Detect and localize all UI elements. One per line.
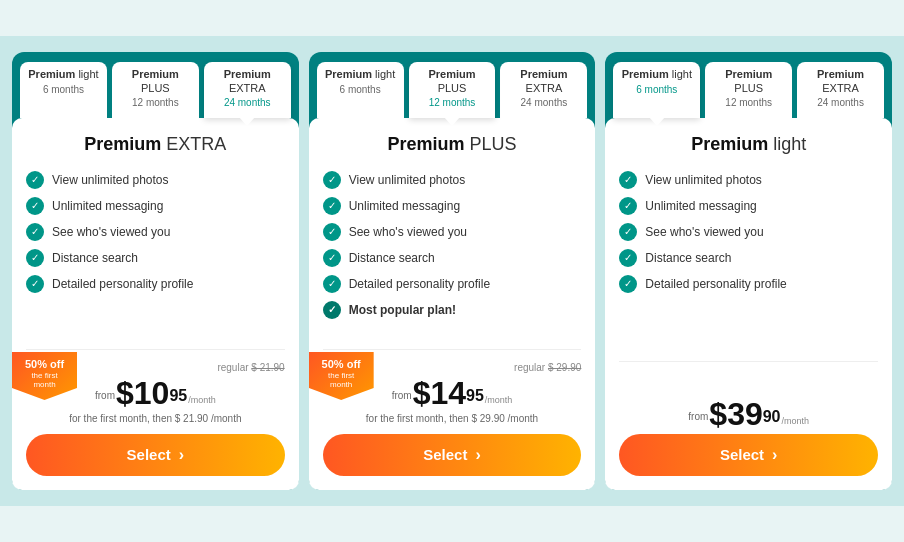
feature-text: View unlimited photos	[349, 173, 466, 187]
feature-item: ✓Distance search	[26, 249, 285, 267]
features-list: ✓View unlimited photos✓Unlimited messagi…	[323, 171, 582, 327]
plan-title: Premium light	[619, 134, 878, 155]
tab-plus[interactable]: Premium PLUS12 months	[409, 62, 496, 117]
price-period: /month	[485, 395, 513, 405]
check-icon: ✓	[619, 249, 637, 267]
tab-extra[interactable]: Premium EXTRA24 months	[797, 62, 884, 117]
select-button-label: Select	[127, 446, 171, 463]
tab-title: Premium light	[325, 68, 396, 81]
check-icon: ✓	[26, 249, 44, 267]
tab-title: Premium PLUS	[713, 68, 784, 94]
price-period: /month	[188, 395, 216, 405]
card-body: Premium EXTRA✓View unlimited photos✓Unli…	[12, 118, 299, 490]
tab-light[interactable]: Premium light6 months	[317, 62, 404, 117]
tab-light[interactable]: Premium light6 months	[20, 62, 107, 117]
feature-item: ✓Unlimited messaging	[619, 197, 878, 215]
features-list: ✓View unlimited photos✓Unlimited messagi…	[26, 171, 285, 327]
feature-text: Unlimited messaging	[645, 199, 756, 213]
select-button-label: Select	[720, 446, 764, 463]
check-icon: ✓	[26, 223, 44, 241]
price-cents: 95	[169, 387, 187, 405]
from-label: from	[95, 390, 115, 401]
tab-subtitle: 6 months	[325, 84, 396, 95]
tab-title: Premium EXTRA	[212, 68, 283, 94]
badge-subtext: the first month	[20, 371, 69, 390]
feature-item: ✓Detailed personality profile	[26, 275, 285, 293]
tab-subtitle: 24 months	[805, 97, 876, 108]
tabs-row: Premium light6 monthsPremium PLUS12 mont…	[605, 52, 892, 117]
check-icon: ✓	[323, 275, 341, 293]
feature-item: ✓Unlimited messaging	[323, 197, 582, 215]
feature-text: Most popular plan!	[349, 303, 456, 317]
tab-subtitle: 6 months	[621, 84, 692, 95]
plan-title: Premium PLUS	[323, 134, 582, 155]
badge-text: 50% off	[317, 358, 366, 371]
feature-item: ✓Distance search	[619, 249, 878, 267]
first-month-note: for the first month, then $ 21.90 /month	[26, 413, 285, 424]
tab-light[interactable]: Premium light6 months	[613, 62, 700, 117]
pricing-divider	[26, 349, 285, 350]
feature-item: ✓See who's viewed you	[619, 223, 878, 241]
tab-plus[interactable]: Premium PLUS12 months	[705, 62, 792, 117]
feature-item: ✓View unlimited photos	[26, 171, 285, 189]
tab-active-arrow	[239, 117, 255, 126]
tab-plus[interactable]: Premium PLUS12 months	[112, 62, 199, 117]
check-icon: ✓	[323, 171, 341, 189]
feature-item: ✓Most popular plan!	[323, 301, 582, 319]
feature-item: ✓See who's viewed you	[323, 223, 582, 241]
feature-item: ✓View unlimited photos	[323, 171, 582, 189]
tab-title: Premium EXTRA	[508, 68, 579, 94]
tab-title: Premium EXTRA	[805, 68, 876, 94]
price-dollar: $14	[413, 377, 466, 409]
tab-subtitle: 6 months	[28, 84, 99, 95]
tab-extra[interactable]: Premium EXTRA24 months	[204, 62, 291, 117]
tabs-row: Premium light6 monthsPremium PLUS12 mont…	[12, 52, 299, 117]
select-arrow-icon: ›	[475, 446, 480, 464]
plan-card-extra: Premium light6 monthsPremium PLUS12 mont…	[12, 52, 299, 489]
badge-subtext: the first month	[317, 371, 366, 390]
tab-subtitle: 12 months	[120, 97, 191, 108]
feature-item: ✓Detailed personality profile	[619, 275, 878, 293]
tab-subtitle: 12 months	[713, 97, 784, 108]
check-icon: ✓	[619, 197, 637, 215]
feature-item: ✓Distance search	[323, 249, 582, 267]
from-label: from	[392, 390, 412, 401]
tab-extra[interactable]: Premium EXTRA24 months	[500, 62, 587, 117]
tab-title: Premium light	[621, 68, 692, 81]
main-price-row: from$3990/month	[619, 398, 878, 430]
pricing-divider	[323, 349, 582, 350]
tab-active-arrow	[444, 117, 460, 126]
feature-text: Detailed personality profile	[645, 277, 786, 291]
feature-text: View unlimited photos	[52, 173, 169, 187]
feature-item: ✓See who's viewed you	[26, 223, 285, 241]
check-icon: ✓	[323, 301, 341, 319]
select-button-label: Select	[423, 446, 467, 463]
select-arrow-icon: ›	[772, 446, 777, 464]
tabs-row: Premium light6 monthsPremium PLUS12 mont…	[309, 52, 596, 117]
from-label: from	[688, 411, 708, 422]
pricing-section: 50% offthe first monthregular $ 29.90fro…	[323, 362, 582, 434]
select-button[interactable]: Select›	[323, 434, 582, 476]
select-button[interactable]: Select›	[26, 434, 285, 476]
first-month-note: for the first month, then $ 29.90 /month	[323, 413, 582, 424]
feature-text: Unlimited messaging	[349, 199, 460, 213]
tab-subtitle: 12 months	[417, 97, 488, 108]
select-button[interactable]: Select›	[619, 434, 878, 476]
feature-text: Distance search	[52, 251, 138, 265]
pricing-section: 50% offthe first monthregular $ 21.90fro…	[26, 362, 285, 434]
tab-title: Premium light	[28, 68, 99, 81]
check-icon: ✓	[619, 275, 637, 293]
feature-text: See who's viewed you	[645, 225, 763, 239]
card-body: Premium light✓View unlimited photos✓Unli…	[605, 118, 892, 490]
page-wrapper: Premium light6 monthsPremium PLUS12 mont…	[0, 36, 904, 505]
price-dollar: $39	[709, 398, 762, 430]
check-icon: ✓	[323, 223, 341, 241]
feature-item: ✓View unlimited photos	[619, 171, 878, 189]
feature-item: ✓Unlimited messaging	[26, 197, 285, 215]
plan-title: Premium EXTRA	[26, 134, 285, 155]
check-icon: ✓	[26, 275, 44, 293]
feature-text: Detailed personality profile	[52, 277, 193, 291]
price-dollar: $10	[116, 377, 169, 409]
check-icon: ✓	[26, 197, 44, 215]
check-icon: ✓	[619, 171, 637, 189]
